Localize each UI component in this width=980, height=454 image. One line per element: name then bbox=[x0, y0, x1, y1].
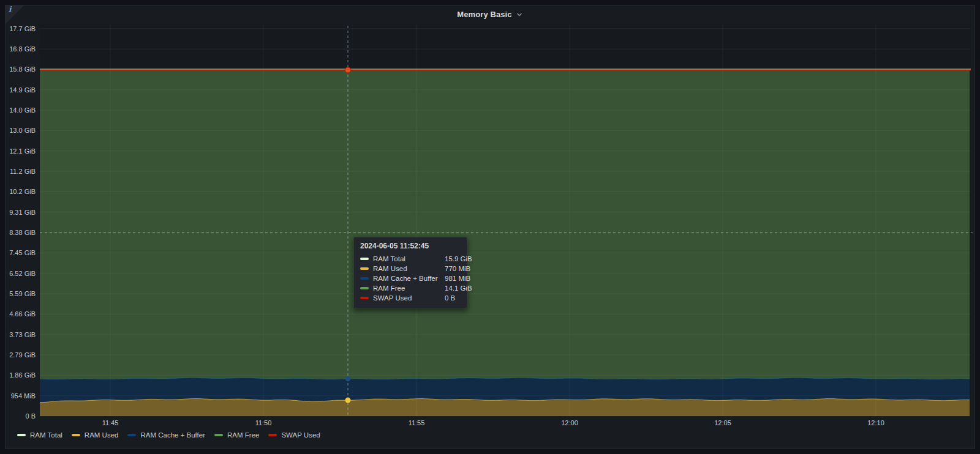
tooltip-series-value: 981 MiB bbox=[445, 275, 470, 282]
y-axis-tick-label: 2.79 GiB bbox=[0, 351, 36, 359]
legend-label: RAM Used bbox=[85, 431, 119, 439]
legend-swatch bbox=[17, 434, 26, 436]
y-axis-tick-label: 14.0 GiB bbox=[0, 106, 36, 114]
tooltip-series-value: 0 B bbox=[445, 294, 461, 302]
tooltip-row: RAM Cache + Buffer981 MiB bbox=[360, 274, 461, 283]
legend-item-swap-used[interactable]: SWAP Used bbox=[268, 431, 320, 439]
tooltip-series-name: RAM Cache + Buffer bbox=[373, 275, 440, 282]
y-axis-tick-label: 14.9 GiB bbox=[0, 86, 36, 94]
y-axis-tick-label: 12.1 GiB bbox=[0, 147, 36, 155]
y-axis-tick-label: 1.86 GiB bbox=[0, 371, 36, 379]
grafana-panel-stage: i Memory Basic 0 B954 MiB1.86 GiB2.79 Gi… bbox=[0, 0, 980, 454]
legend-swatch bbox=[72, 434, 80, 436]
y-axis-tick-label: 10.2 GiB bbox=[0, 187, 36, 196]
tooltip-series-value: 14.1 GiB bbox=[445, 285, 472, 292]
legend-label: RAM Total bbox=[30, 431, 62, 439]
tooltip-swatch bbox=[360, 267, 369, 270]
tooltip-timestamp: 2024-06-05 11:52:45 bbox=[360, 242, 461, 250]
highlight-dot-ram-cache bbox=[345, 376, 350, 381]
series-ram-free-area bbox=[40, 70, 970, 380]
y-axis-tick-label: 5.59 GiB bbox=[0, 289, 36, 298]
y-axis-tick-label: 17.7 GiB bbox=[0, 24, 36, 33]
tooltip-series-name: SWAP Used bbox=[373, 294, 440, 302]
y-axis-tick-label: 13.0 GiB bbox=[0, 126, 36, 135]
legend-swatch bbox=[268, 434, 277, 436]
legend-label: RAM Free bbox=[227, 431, 259, 439]
x-axis-tick-label: 11:45 bbox=[92, 419, 129, 427]
tooltip-series-value: 770 MiB bbox=[445, 265, 470, 272]
tooltip-row: RAM Used770 MiB bbox=[360, 264, 461, 274]
tooltip-series-value: 15.9 GiB bbox=[445, 255, 472, 262]
series-ram-used-area bbox=[40, 399, 970, 417]
legend-item-ram-used[interactable]: RAM Used bbox=[72, 431, 119, 439]
highlight-dot-swap-used bbox=[345, 67, 351, 73]
tooltip-series-name: RAM Free bbox=[373, 285, 440, 292]
tooltip-row: RAM Total15.9 GiB bbox=[360, 254, 461, 264]
y-axis-tick-label: 3.73 GiB bbox=[0, 330, 36, 339]
y-axis-tick-label: 15.8 GiB bbox=[0, 65, 36, 73]
panel-title-bar[interactable]: Memory Basic bbox=[5, 5, 975, 23]
legend-label: RAM Cache + Buffer bbox=[140, 431, 205, 439]
legend-item-ram-free[interactable]: RAM Free bbox=[214, 431, 259, 439]
chevron-down-icon bbox=[516, 11, 523, 18]
tooltip-series-name: RAM Used bbox=[373, 265, 440, 272]
highlight-dot-ram-used bbox=[345, 398, 351, 403]
y-axis-tick-label: 6.52 GiB bbox=[0, 269, 36, 278]
tooltip-series-name: RAM Total bbox=[373, 255, 440, 262]
y-axis-tick-label: 4.66 GiB bbox=[0, 310, 36, 318]
x-axis-tick-label: 11:50 bbox=[245, 419, 282, 427]
legend-item-ram-total[interactable]: RAM Total bbox=[17, 431, 62, 439]
chart-tooltip: 2024-06-05 11:52:45 RAM Total15.9 GiBRAM… bbox=[353, 237, 467, 308]
y-axis-tick-label: 9.31 GiB bbox=[0, 208, 36, 217]
legend-swatch bbox=[127, 434, 136, 436]
y-axis-tick-label: 954 MiB bbox=[0, 392, 36, 400]
tooltip-rows: RAM Total15.9 GiBRAM Used770 MiBRAM Cach… bbox=[360, 254, 461, 303]
tooltip-swatch bbox=[360, 277, 369, 280]
legend-swatch bbox=[214, 434, 223, 436]
y-axis-tick-label: 11.2 GiB bbox=[0, 167, 36, 176]
series-ram-cache-buffer-area bbox=[40, 378, 970, 403]
tooltip-row: SWAP Used0 B bbox=[360, 293, 461, 303]
tooltip-swatch bbox=[360, 258, 369, 260]
y-axis-tick-label: 8.38 GiB bbox=[0, 228, 36, 237]
tooltip-swatch bbox=[360, 287, 369, 289]
legend-item-ram-cache-buffer[interactable]: RAM Cache + Buffer bbox=[127, 431, 205, 439]
chart-legend: RAM TotalRAM UsedRAM Cache + BufferRAM F… bbox=[17, 430, 320, 441]
y-axis-tick-label: 16.8 GiB bbox=[0, 45, 36, 53]
x-axis-tick-label: 12:00 bbox=[551, 419, 588, 427]
legend-label: SWAP Used bbox=[281, 431, 320, 439]
tooltip-swatch bbox=[360, 297, 369, 299]
tooltip-row: RAM Free14.1 GiB bbox=[360, 283, 461, 293]
x-axis-tick-label: 12:10 bbox=[858, 419, 894, 427]
x-axis-tick-label: 11:55 bbox=[398, 419, 435, 427]
panel-title[interactable]: Memory Basic bbox=[457, 10, 511, 19]
x-axis-tick-label: 12:05 bbox=[704, 419, 741, 427]
y-axis-tick-label: 0 B bbox=[0, 412, 36, 420]
memory-chart-canvas[interactable] bbox=[40, 24, 973, 417]
y-axis-tick-label: 7.45 GiB bbox=[0, 248, 36, 257]
